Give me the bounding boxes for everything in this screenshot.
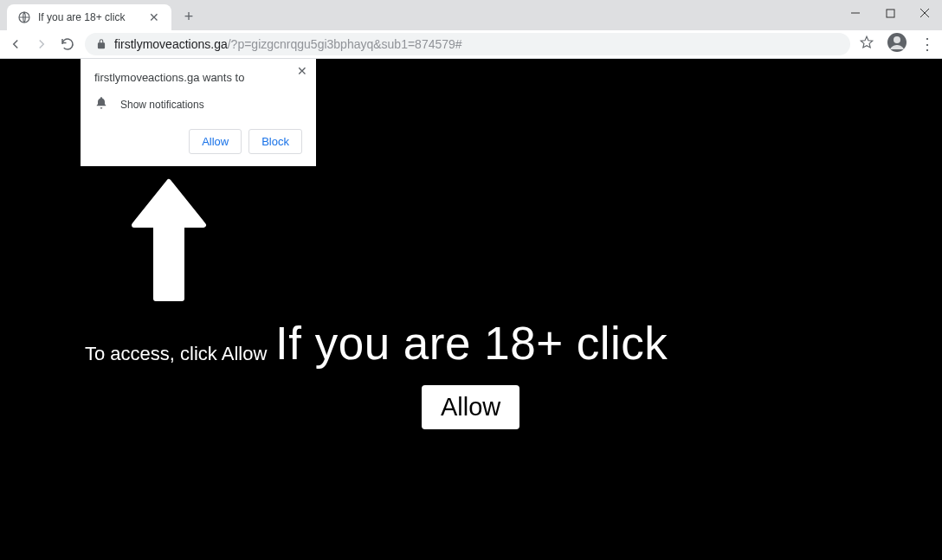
lock-icon bbox=[95, 38, 107, 50]
svg-point-6 bbox=[894, 36, 900, 43]
profile-icon[interactable] bbox=[887, 32, 907, 56]
main-heading: If you are 18+ click bbox=[275, 317, 668, 370]
access-instruction-text: To access, click Allow bbox=[85, 343, 267, 365]
svg-rect-2 bbox=[887, 10, 894, 17]
maximize-button[interactable] bbox=[873, 0, 907, 26]
minimize-button[interactable] bbox=[838, 0, 873, 26]
browser-tab[interactable]: If you are 18+ click ✕ bbox=[7, 4, 171, 30]
page-allow-button[interactable]: Allow bbox=[422, 385, 519, 429]
block-notification-button[interactable]: Block bbox=[248, 129, 302, 154]
allow-notification-button[interactable]: Allow bbox=[189, 129, 242, 154]
tab-close-icon[interactable]: ✕ bbox=[147, 10, 161, 24]
reload-button[interactable] bbox=[59, 35, 76, 53]
notification-text: Show notifications bbox=[120, 99, 204, 111]
more-menu-icon[interactable]: ⋮ bbox=[919, 35, 935, 54]
forward-button[interactable] bbox=[33, 35, 50, 53]
browser-toolbar: firstlymoveactions.ga/?p=gizgcnrqgu5gi3b… bbox=[0, 30, 942, 59]
tab-title: If you are 18+ click bbox=[38, 11, 140, 23]
notification-header: firstlymoveactions.ga wants to bbox=[94, 71, 302, 84]
url-host: firstlymoveactions.ga bbox=[114, 37, 228, 51]
notification-permission-popup: ✕ firstlymoveactions.ga wants to Show no… bbox=[81, 59, 316, 166]
new-tab-button[interactable]: + bbox=[177, 4, 201, 29]
close-icon[interactable]: ✕ bbox=[297, 64, 307, 78]
bell-icon bbox=[94, 96, 108, 113]
bookmark-star-icon[interactable] bbox=[859, 35, 874, 54]
close-window-button[interactable] bbox=[907, 0, 942, 26]
back-button[interactable] bbox=[7, 35, 24, 53]
arrow-up-icon bbox=[130, 177, 208, 306]
address-bar[interactable]: firstlymoveactions.ga/?p=gizgcnrqgu5gi3b… bbox=[85, 33, 850, 55]
page-content: ✕ firstlymoveactions.ga wants to Show no… bbox=[0, 59, 942, 560]
browser-titlebar: If you are 18+ click ✕ + bbox=[0, 0, 942, 30]
url-path: /?p=gizgcnrqgu5gi3bphayq&sub1=874579# bbox=[228, 37, 462, 51]
globe-icon bbox=[17, 10, 31, 24]
